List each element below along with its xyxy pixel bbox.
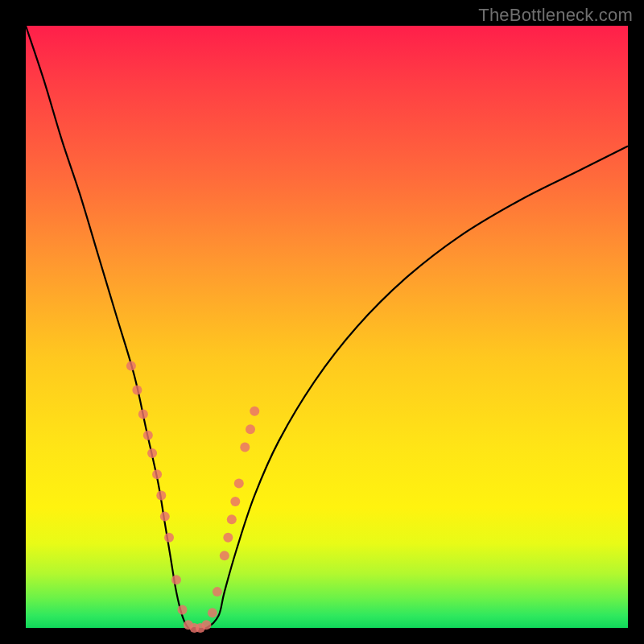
curve-dot [164,533,174,543]
curve-dot [143,431,153,440]
curve-dot [126,361,136,371]
curve-dot [240,443,250,452]
plot-area [26,26,628,628]
curve-dot [250,407,259,416]
curve-layer [26,26,628,628]
curve-dot [246,424,255,434]
curve-dot [152,469,162,479]
curve-dot [234,478,244,488]
curve-dot [171,575,181,584]
curve-dot [227,514,237,524]
curve-dot [132,386,142,395]
chart-frame: TheBottleneck.com [0,0,644,644]
curve-dot [230,497,240,506]
curve-dot [220,551,229,560]
bottleneck-curve [26,26,628,629]
curve-dot [147,448,157,458]
curve-dot [156,490,166,500]
curve-dot [138,409,148,419]
curve-dot [223,533,233,543]
watermark-label: TheBottleneck.com [478,5,633,26]
curve-dots [126,361,259,633]
curve-dot [160,512,170,522]
curve-dot [213,587,222,597]
curve-dot [177,605,187,615]
curve-dot [208,608,217,617]
curve-dot [201,620,211,630]
